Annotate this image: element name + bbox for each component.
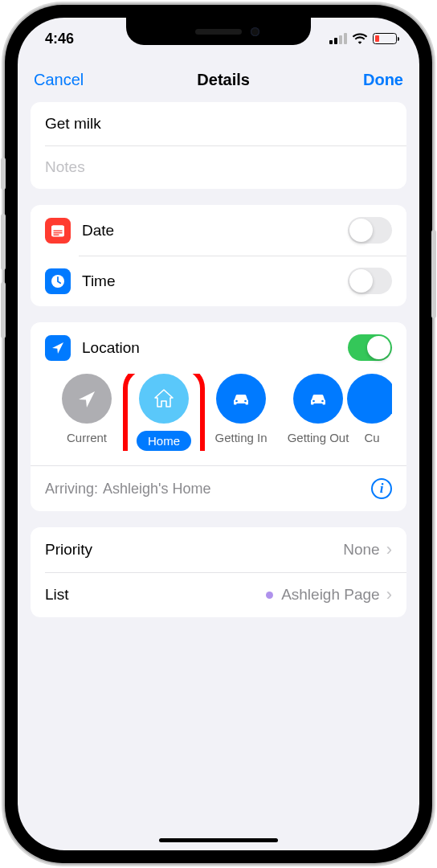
- cancel-button[interactable]: Cancel: [34, 71, 84, 89]
- wifi-icon: [352, 33, 368, 44]
- home-indicator[interactable]: [159, 838, 278, 843]
- location-label: Location: [82, 339, 348, 357]
- svg-point-8: [312, 400, 315, 403]
- date-toggle[interactable]: [348, 217, 392, 244]
- car-icon: [293, 374, 343, 424]
- reminder-title-input[interactable]: Get milk: [45, 115, 392, 133]
- notes-input[interactable]: Notes: [45, 158, 85, 176]
- location-card: Location Current: [31, 322, 406, 511]
- home-icon: [139, 374, 189, 424]
- svg-rect-3: [54, 232, 63, 233]
- date-row[interactable]: Date: [31, 205, 406, 256]
- battery-icon: [373, 33, 397, 44]
- location-option-home-label: Home: [137, 431, 191, 451]
- time-row[interactable]: Time: [31, 256, 406, 306]
- location-icon: [45, 335, 71, 361]
- priority-label: Priority: [45, 541, 343, 559]
- svg-point-6: [235, 400, 238, 403]
- svg-point-7: [244, 400, 247, 403]
- list-row[interactable]: List Ashleigh Page ›: [31, 572, 406, 617]
- calendar-icon: [45, 218, 71, 244]
- svg-rect-2: [54, 230, 63, 231]
- location-option-getting-out[interactable]: Getting Out: [280, 374, 357, 451]
- svg-point-9: [321, 400, 324, 403]
- list-color-icon: [266, 592, 273, 599]
- signal-icon: [329, 33, 347, 44]
- chevron-right-icon: ›: [386, 584, 392, 605]
- priority-row[interactable]: Priority None ›: [31, 527, 406, 572]
- status-icons: [329, 33, 397, 44]
- car-icon: [216, 374, 266, 424]
- svg-rect-1: [51, 225, 64, 229]
- clock-icon: [45, 268, 71, 294]
- location-option-home[interactable]: Home: [125, 374, 202, 451]
- arriving-value: Ashleigh's Home: [103, 481, 371, 497]
- info-icon[interactable]: i: [371, 478, 392, 499]
- done-button[interactable]: Done: [363, 71, 403, 89]
- svg-rect-4: [54, 234, 59, 235]
- nav-bar: Cancel Details Done: [18, 59, 419, 102]
- arriving-label: Arriving:: [45, 481, 98, 497]
- status-time: 4:46: [45, 31, 74, 47]
- location-toggle[interactable]: [348, 334, 392, 361]
- time-label: Time: [82, 272, 348, 290]
- page-title: Details: [197, 71, 250, 89]
- datetime-card: Date Time: [31, 205, 406, 306]
- location-options[interactable]: Current Home: [48, 374, 392, 451]
- ellipsis-icon: [347, 374, 392, 424]
- location-option-getting-in[interactable]: Getting In: [202, 374, 280, 451]
- list-value: Ashleigh Page: [281, 586, 380, 604]
- date-label: Date: [82, 222, 348, 240]
- meta-card: Priority None › List Ashleigh Page ›: [31, 527, 406, 617]
- arrow-icon: [62, 374, 112, 424]
- chevron-right-icon: ›: [386, 539, 392, 560]
- list-label: List: [45, 586, 266, 604]
- location-option-current[interactable]: Current: [48, 374, 125, 451]
- time-toggle[interactable]: [348, 268, 392, 294]
- location-option-custom[interactable]: Cu: [352, 374, 384, 451]
- arriving-row[interactable]: Arriving: Ashleigh's Home i: [31, 465, 406, 511]
- title-card: Get milk Notes: [31, 102, 406, 189]
- priority-value: None: [343, 541, 379, 559]
